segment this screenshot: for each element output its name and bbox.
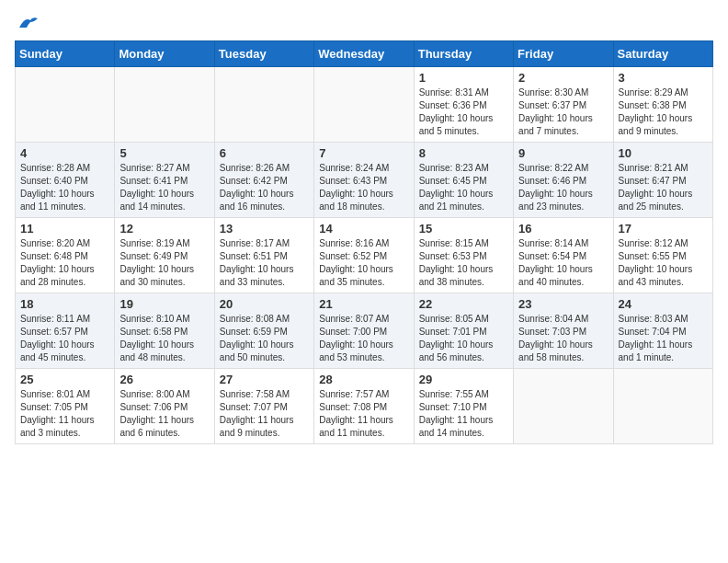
day-info: Sunrise: 8:23 AM Sunset: 6:45 PM Dayligh… [419, 162, 508, 213]
day-info: Sunrise: 8:24 AM Sunset: 6:43 PM Dayligh… [319, 162, 408, 213]
calendar-day-cell: 23Sunrise: 8:04 AM Sunset: 7:03 PM Dayli… [514, 293, 613, 369]
calendar-day-cell: 6Sunrise: 8:26 AM Sunset: 6:42 PM Daylig… [214, 143, 313, 218]
calendar-week-row: 18Sunrise: 8:11 AM Sunset: 6:57 PM Dayli… [16, 293, 713, 369]
calendar-day-cell: 29Sunrise: 7:55 AM Sunset: 7:10 PM Dayli… [414, 369, 513, 444]
day-number: 29 [419, 373, 508, 386]
calendar-table: SundayMondayTuesdayWednesdayThursdayFrid… [15, 40, 713, 444]
weekday-header-friday: Friday [514, 41, 613, 67]
calendar-day-cell: 1Sunrise: 8:31 AM Sunset: 6:36 PM Daylig… [414, 67, 513, 143]
day-info: Sunrise: 8:30 AM Sunset: 6:37 PM Dayligh… [518, 86, 608, 138]
day-info: Sunrise: 8:11 AM Sunset: 6:57 PM Dayligh… [20, 313, 109, 364]
day-info: Sunrise: 7:58 AM Sunset: 7:07 PM Dayligh… [220, 388, 309, 440]
calendar-day-cell: 3Sunrise: 8:29 AM Sunset: 6:38 PM Daylig… [613, 67, 712, 143]
calendar-day-cell: 8Sunrise: 8:23 AM Sunset: 6:45 PM Daylig… [414, 143, 513, 218]
day-info: Sunrise: 8:27 AM Sunset: 6:41 PM Dayligh… [119, 162, 209, 213]
day-number: 20 [220, 297, 309, 311]
day-number: 7 [319, 146, 408, 160]
calendar-day-cell: 21Sunrise: 8:07 AM Sunset: 7:00 PM Dayli… [314, 293, 414, 369]
day-info: Sunrise: 8:05 AM Sunset: 7:01 PM Dayligh… [419, 313, 508, 364]
day-number: 28 [319, 373, 408, 386]
calendar-day-cell: 20Sunrise: 8:08 AM Sunset: 6:59 PM Dayli… [214, 293, 313, 369]
calendar-day-cell [16, 67, 115, 143]
calendar-day-cell: 25Sunrise: 8:01 AM Sunset: 7:05 PM Dayli… [16, 369, 115, 444]
day-number: 17 [619, 222, 708, 236]
day-number: 1 [419, 71, 508, 85]
day-number: 6 [220, 146, 309, 160]
day-number: 12 [119, 222, 209, 236]
logo-bird-icon [17, 15, 38, 31]
day-number: 10 [619, 146, 708, 160]
calendar-day-cell: 27Sunrise: 7:58 AM Sunset: 7:07 PM Dayli… [214, 369, 313, 444]
day-number: 8 [419, 146, 508, 160]
calendar-day-cell: 17Sunrise: 8:12 AM Sunset: 6:55 PM Dayli… [613, 218, 712, 293]
calendar-day-cell: 28Sunrise: 7:57 AM Sunset: 7:08 PM Dayli… [314, 369, 414, 444]
weekday-header-thursday: Thursday [414, 41, 513, 67]
day-number: 23 [518, 297, 608, 311]
day-number: 3 [619, 71, 708, 85]
day-info: Sunrise: 8:14 AM Sunset: 6:54 PM Dayligh… [518, 237, 608, 289]
day-number: 18 [20, 297, 109, 311]
day-number: 21 [319, 297, 408, 311]
day-number: 5 [119, 146, 209, 160]
calendar-day-cell: 4Sunrise: 8:28 AM Sunset: 6:40 PM Daylig… [16, 143, 115, 218]
calendar-day-cell: 11Sunrise: 8:20 AM Sunset: 6:48 PM Dayli… [16, 218, 115, 293]
weekday-header-wednesday: Wednesday [314, 41, 414, 67]
logo-blue [15, 15, 38, 31]
day-info: Sunrise: 8:29 AM Sunset: 6:38 PM Dayligh… [619, 86, 708, 138]
weekday-header-tuesday: Tuesday [214, 41, 313, 67]
calendar-day-cell: 26Sunrise: 8:00 AM Sunset: 7:06 PM Dayli… [115, 369, 214, 444]
calendar-day-cell: 9Sunrise: 8:22 AM Sunset: 6:46 PM Daylig… [514, 143, 613, 218]
day-number: 14 [319, 222, 408, 236]
calendar-day-cell: 10Sunrise: 8:21 AM Sunset: 6:47 PM Dayli… [613, 143, 712, 218]
day-info: Sunrise: 8:22 AM Sunset: 6:46 PM Dayligh… [518, 162, 608, 213]
calendar-day-cell: 24Sunrise: 8:03 AM Sunset: 7:04 PM Dayli… [613, 293, 712, 369]
calendar-day-cell: 22Sunrise: 8:05 AM Sunset: 7:01 PM Dayli… [414, 293, 513, 369]
day-number: 13 [220, 222, 309, 236]
day-info: Sunrise: 8:08 AM Sunset: 6:59 PM Dayligh… [220, 313, 309, 364]
day-number: 16 [518, 222, 608, 236]
day-info: Sunrise: 8:04 AM Sunset: 7:03 PM Dayligh… [518, 313, 608, 364]
day-number: 4 [20, 146, 109, 160]
day-number: 2 [518, 71, 608, 85]
calendar-day-cell: 13Sunrise: 8:17 AM Sunset: 6:51 PM Dayli… [214, 218, 313, 293]
calendar-day-cell: 18Sunrise: 8:11 AM Sunset: 6:57 PM Dayli… [16, 293, 115, 369]
calendar-header-row: SundayMondayTuesdayWednesdayThursdayFrid… [16, 41, 713, 67]
day-number: 9 [518, 146, 608, 160]
calendar-week-row: 4Sunrise: 8:28 AM Sunset: 6:40 PM Daylig… [16, 143, 713, 218]
day-number: 26 [119, 373, 209, 386]
calendar-day-cell: 15Sunrise: 8:15 AM Sunset: 6:53 PM Dayli… [414, 218, 513, 293]
weekday-header-saturday: Saturday [613, 41, 712, 67]
calendar-week-row: 11Sunrise: 8:20 AM Sunset: 6:48 PM Dayli… [16, 218, 713, 293]
day-info: Sunrise: 8:17 AM Sunset: 6:51 PM Dayligh… [220, 237, 309, 289]
calendar-day-cell [314, 67, 414, 143]
day-info: Sunrise: 8:01 AM Sunset: 7:05 PM Dayligh… [20, 388, 109, 440]
calendar-day-cell [514, 369, 613, 444]
calendar-day-cell: 7Sunrise: 8:24 AM Sunset: 6:43 PM Daylig… [314, 143, 414, 218]
day-number: 25 [20, 373, 109, 386]
weekday-header-sunday: Sunday [16, 41, 115, 67]
day-info: Sunrise: 8:28 AM Sunset: 6:40 PM Dayligh… [20, 162, 109, 213]
calendar-day-cell: 2Sunrise: 8:30 AM Sunset: 6:37 PM Daylig… [514, 67, 613, 143]
day-info: Sunrise: 8:19 AM Sunset: 6:49 PM Dayligh… [119, 237, 209, 289]
calendar-day-cell: 14Sunrise: 8:16 AM Sunset: 6:52 PM Dayli… [314, 218, 414, 293]
calendar-week-row: 25Sunrise: 8:01 AM Sunset: 7:05 PM Dayli… [16, 369, 713, 444]
day-info: Sunrise: 8:26 AM Sunset: 6:42 PM Dayligh… [220, 162, 309, 213]
header [15, 15, 713, 31]
day-info: Sunrise: 8:16 AM Sunset: 6:52 PM Dayligh… [319, 237, 408, 289]
day-info: Sunrise: 8:20 AM Sunset: 6:48 PM Dayligh… [20, 237, 109, 289]
day-info: Sunrise: 8:07 AM Sunset: 7:00 PM Dayligh… [319, 313, 408, 364]
day-number: 15 [419, 222, 508, 236]
day-info: Sunrise: 8:21 AM Sunset: 6:47 PM Dayligh… [619, 162, 708, 213]
calendar-day-cell: 12Sunrise: 8:19 AM Sunset: 6:49 PM Dayli… [115, 218, 214, 293]
day-info: Sunrise: 8:10 AM Sunset: 6:58 PM Dayligh… [119, 313, 209, 364]
day-info: Sunrise: 7:55 AM Sunset: 7:10 PM Dayligh… [419, 388, 508, 440]
day-info: Sunrise: 7:57 AM Sunset: 7:08 PM Dayligh… [319, 388, 408, 440]
day-number: 24 [619, 297, 708, 311]
day-info: Sunrise: 8:31 AM Sunset: 6:36 PM Dayligh… [419, 86, 508, 138]
day-number: 19 [119, 297, 209, 311]
day-number: 11 [20, 222, 109, 236]
day-info: Sunrise: 8:00 AM Sunset: 7:06 PM Dayligh… [119, 388, 209, 440]
calendar-day-cell [214, 67, 313, 143]
calendar-day-cell: 19Sunrise: 8:10 AM Sunset: 6:58 PM Dayli… [115, 293, 214, 369]
calendar-day-cell: 16Sunrise: 8:14 AM Sunset: 6:54 PM Dayli… [514, 218, 613, 293]
